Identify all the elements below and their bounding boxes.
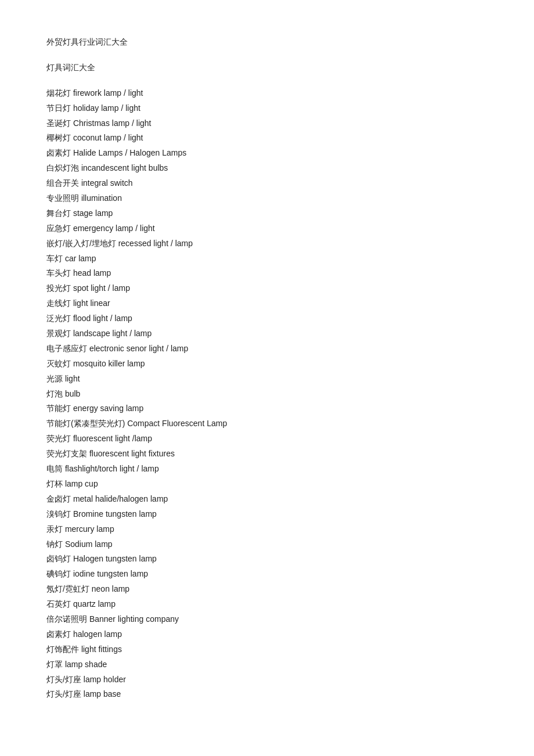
list-item: 光源 light — [46, 372, 488, 387]
list-item: 走线灯 light linear — [46, 296, 488, 311]
list-item: 卤素灯 halogen lamp — [46, 627, 488, 642]
list-item: 溴钨灯 Bromine tungsten lamp — [46, 507, 488, 522]
list-item: 灯罩 lamp shade — [46, 657, 488, 672]
list-item: 灭蚊灯 mosquito killer lamp — [46, 357, 488, 372]
list-item: 白炽灯泡 incandescent light bulbs — [46, 161, 488, 176]
list-item: 电子感应灯 electronic senor light / lamp — [46, 341, 488, 357]
page-title: 外贸灯具行业词汇大全 — [46, 35, 488, 50]
list-item: 灯饰配件 light fittings — [46, 642, 488, 657]
list-item: 投光灯 spot light / lamp — [46, 281, 488, 296]
list-item: 嵌灯/嵌入灯/埋地灯 recessed light / lamp — [46, 236, 488, 251]
list-item: 车灯 car lamp — [46, 251, 488, 267]
list-item: 倍尔诺照明 Banner lighting company — [46, 612, 488, 627]
list-item: 灯泡 bulb — [46, 387, 488, 402]
list-item: 卤素灯 Halide Lamps / Halogen Lamps — [46, 146, 488, 161]
list-item: 应急灯 emergency lamp / light — [46, 221, 488, 236]
list-item: 节能灯 energy saving lamp — [46, 401, 488, 416]
list-item: 节能灯(紧凑型荧光灯) Compact Fluorescent Lamp — [46, 416, 488, 431]
list-item: 圣诞灯 Christmas lamp / light — [46, 116, 488, 131]
list-item: 灯杯 lamp cup — [46, 477, 488, 492]
list-item: 电筒 flashlight/torch light / lamp — [46, 462, 488, 477]
list-item: 车头灯 head lamp — [46, 266, 488, 281]
vocab-list: 烟花灯 firework lamp / light节日灯 holiday lam… — [46, 86, 488, 703]
list-item: 节日灯 holiday lamp / light — [46, 101, 488, 116]
list-item: 汞灯 mercury lamp — [46, 522, 488, 537]
list-item: 荧光灯 fluorescent light /lamp — [46, 431, 488, 447]
list-item: 专业照明 illumination — [46, 191, 488, 206]
list-item: 景观灯 landscape light / lamp — [46, 326, 488, 341]
list-item: 组合开关 integral switch — [46, 176, 488, 191]
list-item: 卤钨灯 Halogen tungsten lamp — [46, 552, 488, 567]
list-item: 烟花灯 firework lamp / light — [46, 86, 488, 101]
list-item: 灯头/灯座 lamp holder — [46, 672, 488, 687]
list-item: 碘钨灯 iodine tungsten lamp — [46, 567, 488, 582]
list-item: 舞台灯 stage lamp — [46, 206, 488, 221]
list-item: 椰树灯 coconut lamp / light — [46, 131, 488, 146]
list-item: 钠灯 Sodium lamp — [46, 537, 488, 552]
page-wrapper: 外贸灯具行业词汇大全 灯具词汇大全 烟花灯 firework lamp / li… — [46, 35, 488, 702]
list-item: 氖灯/霓虹灯 neon lamp — [46, 582, 488, 597]
section-title: 灯具词汇大全 — [46, 60, 488, 75]
list-item: 金卤灯 metal halide/halogen lamp — [46, 492, 488, 507]
list-item: 石英灯 quartz lamp — [46, 597, 488, 612]
list-item: 荧光灯支架 fluorescent light fixtures — [46, 447, 488, 462]
list-item: 泛光灯 flood light / lamp — [46, 311, 488, 326]
list-item: 灯头/灯座 lamp base — [46, 687, 488, 702]
